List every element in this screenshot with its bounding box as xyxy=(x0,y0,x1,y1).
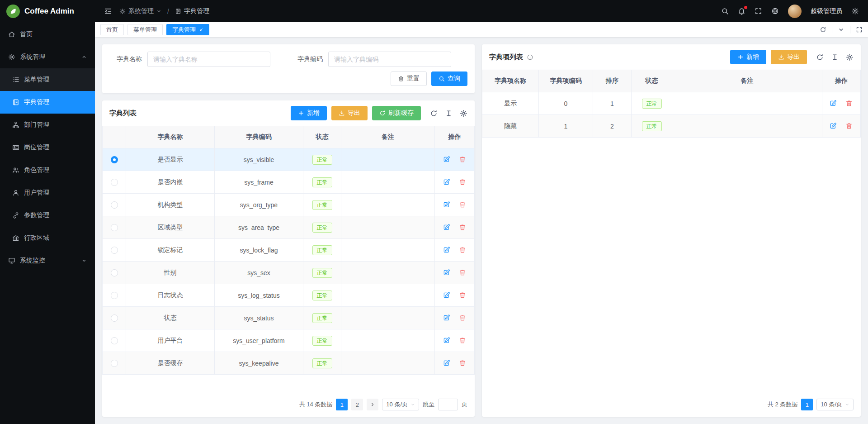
row-radio[interactable] xyxy=(111,269,118,276)
status-badge: 正常 xyxy=(312,155,332,165)
refresh-icon[interactable] xyxy=(430,110,438,117)
tab-menu-management[interactable]: 菜单管理 xyxy=(127,24,163,35)
search-icon[interactable] xyxy=(721,7,729,15)
row-radio[interactable] xyxy=(111,247,118,254)
delete-icon[interactable] xyxy=(845,100,853,107)
delete-icon[interactable] xyxy=(459,224,467,231)
delete-icon[interactable] xyxy=(459,269,467,276)
table-row[interactable]: 机构类型 sys_org_type 正常 xyxy=(103,194,475,216)
translate-icon[interactable] xyxy=(771,7,779,15)
layout-toggle-icon[interactable] xyxy=(856,26,863,33)
column-settings-gear-icon[interactable] xyxy=(460,110,467,117)
sidebar-item-home[interactable]: 首页 xyxy=(0,23,95,46)
sidebar-item-post-management[interactable]: 岗位管理 xyxy=(0,136,95,159)
row-radio[interactable] xyxy=(111,314,118,322)
page-size-select[interactable]: 10 条/页 xyxy=(382,399,419,410)
row-radio[interactable] xyxy=(111,360,118,367)
add-button[interactable]: 新增 xyxy=(730,50,766,64)
sidebar-item-menu-management[interactable]: 菜单管理 xyxy=(0,68,95,91)
sidebar-item-system-management[interactable]: 系统管理 xyxy=(0,46,95,68)
query-button[interactable]: 查询 xyxy=(431,71,467,86)
delete-icon[interactable] xyxy=(459,246,467,254)
font-size-icon[interactable] xyxy=(831,53,839,61)
settings-gear-icon[interactable] xyxy=(851,7,859,15)
edit-icon[interactable] xyxy=(443,269,451,276)
app-logo[interactable]: Coffee Admin xyxy=(0,0,95,22)
table-row[interactable]: 区域类型 sys_area_type 正常 xyxy=(103,216,475,239)
table-row[interactable]: 锁定标记 sys_lock_flag 正常 xyxy=(103,239,475,262)
dict-code-input[interactable] xyxy=(328,52,451,67)
delete-icon[interactable] xyxy=(459,178,467,186)
reset-button[interactable]: 重置 xyxy=(391,71,427,86)
delete-icon[interactable] xyxy=(459,291,467,299)
fullscreen-icon[interactable] xyxy=(755,7,762,15)
dict-name-input[interactable] xyxy=(147,52,270,67)
add-button[interactable]: 新增 xyxy=(291,106,327,120)
page-size-select[interactable]: 10 条/页 xyxy=(816,399,854,410)
edit-icon[interactable] xyxy=(443,156,451,163)
close-icon[interactable] xyxy=(199,28,203,32)
delete-icon[interactable] xyxy=(845,122,853,130)
sidebar-item-dict-management[interactable]: 字典管理 xyxy=(0,91,95,114)
tab-home[interactable]: 首页 xyxy=(100,24,124,35)
edit-icon[interactable] xyxy=(830,100,837,107)
delete-icon[interactable] xyxy=(459,156,467,163)
table-row[interactable]: 状态 sys_status 正常 xyxy=(103,307,475,329)
chevron-down-icon[interactable] xyxy=(838,26,844,33)
font-size-icon[interactable] xyxy=(445,110,453,117)
delete-icon[interactable] xyxy=(459,201,467,209)
edit-icon[interactable] xyxy=(830,122,837,130)
notification-bell[interactable] xyxy=(738,7,745,15)
jump-page-input[interactable] xyxy=(438,399,458,410)
sidebar-item-param-management[interactable]: 参数管理 xyxy=(0,204,95,227)
sidebar-item-user-management[interactable]: 用户管理 xyxy=(0,181,95,204)
row-radio[interactable] xyxy=(111,201,118,209)
table-row[interactable]: 用户平台 sys_user_platform 正常 xyxy=(103,329,475,352)
sidebar-item-system-monitor[interactable]: 系统监控 xyxy=(0,249,95,272)
table-row[interactable]: 性别 sys_sex 正常 xyxy=(103,262,475,284)
sidebar-item-admin-region[interactable]: 行政区域 xyxy=(0,227,95,249)
table-row[interactable]: 是否显示 sys_visible 正常 xyxy=(103,148,475,171)
row-radio[interactable] xyxy=(111,224,118,231)
edit-icon[interactable] xyxy=(443,337,451,344)
row-radio[interactable] xyxy=(111,292,118,299)
edit-icon[interactable] xyxy=(443,246,451,254)
row-radio[interactable] xyxy=(111,179,118,186)
table-row[interactable]: 显示 0 1 正常 xyxy=(482,92,861,115)
edit-icon[interactable] xyxy=(443,314,451,322)
tab-dict-management[interactable]: 字典管理 xyxy=(166,24,209,35)
edit-icon[interactable] xyxy=(443,291,451,299)
table-row[interactable]: 是否缓存 sys_keepalive 正常 xyxy=(103,352,475,375)
export-button[interactable]: 导出 xyxy=(771,50,807,64)
table-row[interactable]: 日志状态 sys_log_status 正常 xyxy=(103,284,475,307)
breadcrumb-system-management[interactable]: 系统管理 xyxy=(119,7,161,15)
menu-fold-icon[interactable] xyxy=(104,7,112,15)
row-radio[interactable] xyxy=(111,156,118,163)
delete-icon[interactable] xyxy=(459,314,467,322)
sidebar-item-dept-management[interactable]: 部门管理 xyxy=(0,114,95,136)
sidebar-item-label: 角色管理 xyxy=(24,166,49,174)
avatar[interactable] xyxy=(788,5,802,18)
edit-icon[interactable] xyxy=(443,178,451,186)
table-row[interactable]: 隐藏 1 2 正常 xyxy=(482,115,861,138)
delete-icon[interactable] xyxy=(459,337,467,344)
refresh-icon xyxy=(379,110,386,116)
page-button-1[interactable]: 1 xyxy=(801,399,813,410)
page-button-2[interactable]: 2 xyxy=(351,399,363,410)
table-row[interactable]: 是否内嵌 sys_frame 正常 xyxy=(103,171,475,194)
column-settings-gear-icon[interactable] xyxy=(846,53,854,61)
refresh-icon[interactable] xyxy=(816,53,824,61)
refresh-cache-button[interactable]: 刷新缓存 xyxy=(372,106,421,120)
page-button-1[interactable]: 1 xyxy=(336,399,348,410)
edit-icon[interactable] xyxy=(443,224,451,231)
edit-icon[interactable] xyxy=(443,359,451,367)
export-button[interactable]: 导出 xyxy=(331,106,368,120)
row-radio[interactable] xyxy=(111,337,118,344)
sidebar-item-role-management[interactable]: 角色管理 xyxy=(0,159,95,181)
user-name[interactable]: 超级管理员 xyxy=(811,7,842,15)
edit-icon[interactable] xyxy=(443,201,451,209)
delete-icon[interactable] xyxy=(459,359,467,367)
refresh-icon[interactable] xyxy=(820,26,826,33)
next-page-button[interactable] xyxy=(367,399,378,410)
search-panel: 字典名称 字典编码 重置 xyxy=(102,44,475,93)
